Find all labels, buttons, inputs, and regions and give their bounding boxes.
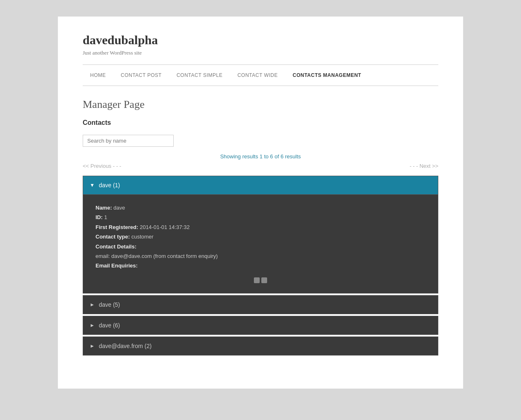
contact-header-dave-from-2[interactable]: ► dave@dave.from (2) xyxy=(83,337,438,355)
nav-contact-post[interactable]: CONTACT POST xyxy=(113,65,169,86)
contact-header-dave-1[interactable]: ▼ dave (1) xyxy=(83,176,438,194)
contacts-label: Contacts xyxy=(83,119,438,126)
results-info: Showing results 1 to 6 of 6 results xyxy=(83,153,438,160)
pagination: << Previous - - - - - - Next >> xyxy=(83,163,438,169)
contact-header-label: dave (6) xyxy=(99,322,120,329)
expand-arrow-icon: ► xyxy=(90,322,95,328)
collapse-arrow-icon: ▼ xyxy=(90,182,95,188)
name-value: dave xyxy=(113,205,125,211)
email-enquiries-label: Email Enquiries: xyxy=(96,262,138,269)
main-nav: HOME CONTACT POST CONTACT SIMPLE CONTACT… xyxy=(83,65,438,86)
contact-header-label: dave@dave.from (2) xyxy=(99,343,152,349)
contact-header-dave-6[interactable]: ► dave (6) xyxy=(83,316,438,334)
contacts-list: ▼ dave (1) Name: dave ID: 1 First Regist… xyxy=(83,176,438,356)
page-heading: Manager Page xyxy=(83,98,438,111)
first-registered-value: 2014-01-01 14:37:32 xyxy=(140,224,190,230)
field-contact-type: Contact type: customer xyxy=(96,232,425,241)
id-value: 1 xyxy=(104,214,107,220)
name-label: Name: xyxy=(96,205,113,211)
site-header: davedubalpha Just another WordPress site xyxy=(83,33,438,56)
site-tagline: Just another WordPress site xyxy=(83,50,438,56)
expand-arrow-icon: ► xyxy=(90,302,95,308)
nav-contacts-management[interactable]: CONTACTS MANAGEMENT xyxy=(285,65,369,86)
field-contact-details-value: email: dave@dave.com (from contact form … xyxy=(96,251,425,261)
contact-row: ► dave (6) xyxy=(83,316,438,335)
search-input[interactable] xyxy=(83,135,174,147)
contact-body-dave-1: Name: dave ID: 1 First Registered: 2014-… xyxy=(83,194,438,293)
loading-dots xyxy=(96,277,425,283)
expand-arrow-icon: ► xyxy=(90,343,95,349)
next-button[interactable]: - - - Next >> xyxy=(410,163,438,169)
field-contact-details-label: Contact Details: xyxy=(96,242,425,251)
previous-button[interactable]: << Previous - - - xyxy=(83,163,121,169)
field-email-enquiries: Email Enquiries: xyxy=(96,261,425,270)
nav-contact-simple[interactable]: CONTACT SIMPLE xyxy=(169,65,230,86)
page-content: Manager Page Contacts Showing results 1 … xyxy=(83,98,438,356)
first-registered-label: First Registered: xyxy=(96,224,140,230)
contact-row: ▼ dave (1) Name: dave ID: 1 First Regist… xyxy=(83,176,438,294)
id-label: ID: xyxy=(96,214,104,220)
contact-type-label: Contact type: xyxy=(96,234,131,240)
contact-header-dave-5[interactable]: ► dave (5) xyxy=(83,296,438,314)
contact-details-value: email: dave@dave.com (from contact form … xyxy=(96,253,218,259)
dot-1 xyxy=(254,277,260,283)
field-first-registered: First Registered: 2014-01-01 14:37:32 xyxy=(96,222,425,232)
field-id: ID: 1 xyxy=(96,212,425,222)
nav-home[interactable]: HOME xyxy=(83,65,113,86)
site-title: davedubalpha xyxy=(83,33,438,47)
contact-row: ► dave@dave.from (2) xyxy=(83,336,438,356)
contact-header-label: dave (5) xyxy=(99,301,120,308)
field-name: Name: dave xyxy=(96,203,425,212)
contact-details-label: Contact Details: xyxy=(96,243,136,250)
dot-2 xyxy=(261,277,267,283)
nav-contact-wide[interactable]: CONTACT WIDE xyxy=(230,65,285,86)
contact-header-label: dave (1) xyxy=(99,182,120,189)
page-wrapper: davedubalpha Just another WordPress site… xyxy=(58,17,463,389)
contact-row: ► dave (5) xyxy=(83,295,438,314)
contact-type-value: customer xyxy=(131,234,153,240)
